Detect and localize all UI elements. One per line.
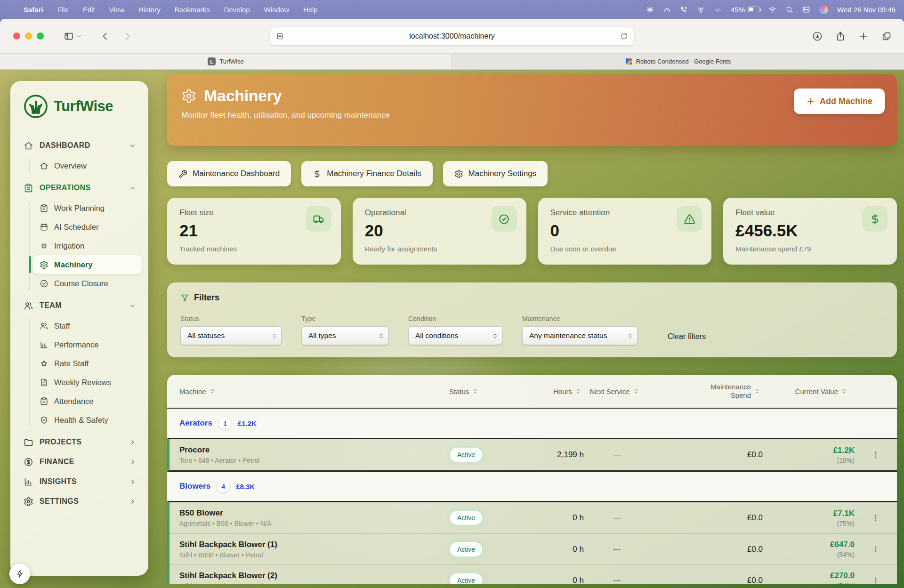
dollar-icon <box>313 169 322 178</box>
sort-icon <box>575 388 581 395</box>
menu-develop[interactable]: Develop <box>224 6 250 14</box>
chevron-right-icon <box>129 439 136 446</box>
back-button[interactable] <box>100 31 110 41</box>
sidebar-item-operations[interactable]: OPERATIONS <box>17 178 142 198</box>
type-select[interactable]: All types <box>301 326 388 345</box>
machinery-settings-button[interactable]: Machinery Settings <box>443 161 548 186</box>
tab-turfwise[interactable]: L TurfWise <box>0 54 452 69</box>
share-button[interactable] <box>835 31 846 41</box>
row-menu-button[interactable] <box>855 514 897 522</box>
quick-actions-fab[interactable] <box>9 564 30 584</box>
page-settings-icon[interactable] <box>276 32 284 40</box>
sidebar-item-finance[interactable]: FINANCE <box>17 452 142 472</box>
sidebar-item-health-safety[interactable]: Health & Safety <box>33 411 142 429</box>
sidebar-item-irrigation[interactable]: Irrigation <box>33 236 142 255</box>
row-menu-button[interactable] <box>855 451 897 459</box>
sidebar-item-staff[interactable]: Staff <box>33 316 142 335</box>
battery-indicator[interactable]: 45% <box>731 6 759 14</box>
row-menu-button[interactable] <box>855 576 897 584</box>
google-fonts-icon <box>625 58 632 65</box>
status-select[interactable]: All statuses <box>180 326 282 345</box>
column-status[interactable]: Status <box>433 387 494 395</box>
sidebar-item-insights[interactable]: INSIGHTS <box>17 472 142 491</box>
sidebar-item-projects[interactable]: PROJECTS <box>17 432 142 452</box>
table-row[interactable]: B50 Blower Agrimetals • B50 • Blower • N… <box>170 502 897 533</box>
airdrop-icon[interactable] <box>697 6 705 14</box>
column-machine[interactable]: Machine <box>167 387 433 395</box>
menu-history[interactable]: History <box>138 6 161 14</box>
machinery-finance-button[interactable]: Machinery Finance Details <box>301 161 432 186</box>
column-current-value[interactable]: Current Value <box>760 387 852 395</box>
sidebar-item-team[interactable]: TEAM <box>17 296 142 315</box>
check-circle-icon <box>492 206 517 232</box>
zoom-window-button[interactable] <box>37 32 44 40</box>
maintenance-dashboard-button[interactable]: Maintenance Dashboard <box>167 161 291 186</box>
table-row[interactable]: Procore Toro • 648 • Aerator • Petrol Ac… <box>170 439 897 470</box>
sidebar-item-machinery[interactable]: Machinery <box>33 255 142 274</box>
table-row[interactable]: Stihl Backpack Blower (1) Stihl • B800 •… <box>170 533 897 564</box>
sidebar-item-course-closure[interactable]: Course Closure <box>33 274 142 293</box>
users-icon <box>40 322 48 330</box>
group-header-blowers[interactable]: Blowers 4 £8.3K <box>167 472 897 501</box>
menubar-clock[interactable]: Wed 26 Nov 09:46 <box>837 6 896 14</box>
sidebar-item-performance[interactable]: Performance <box>33 335 142 354</box>
menu-window[interactable]: Window <box>264 6 289 14</box>
gear-icon <box>454 169 463 178</box>
sidebar-item-dashboard[interactable]: DASHBOARD <box>17 136 142 155</box>
sidebar-item-overview[interactable]: Overview <box>33 156 142 175</box>
lightning-icon <box>15 569 24 579</box>
control-center-icon[interactable] <box>802 6 810 14</box>
battery-percent: 45% <box>731 6 745 14</box>
filter-status: Status All statuses <box>180 315 282 345</box>
condition-select[interactable]: All conditions <box>408 326 502 345</box>
address-bar[interactable]: localhost:3000/machinery <box>270 27 635 46</box>
tab-overview-button[interactable] <box>881 31 892 41</box>
page-content: TurfWise DASHBOARD Overview OPERATIONS <box>0 70 904 588</box>
column-maintenance-spend[interactable]: Maintenance Spend <box>647 383 760 400</box>
browser-toolbar: localhost:3000/machinery <box>0 19 904 54</box>
sparkle-status-icon[interactable] <box>646 6 654 14</box>
table-row[interactable]: Stihl Backpack Blower (2) Stihl • B600 •… <box>170 564 897 584</box>
reload-icon[interactable] <box>620 32 629 40</box>
sidebar-item-attendance[interactable]: Attendance <box>33 392 142 411</box>
filters-panel: Filters Status All statuses Type All typ… <box>167 282 897 357</box>
url-text[interactable]: localhost:3000/machinery <box>284 32 620 40</box>
sidebar-item-rate-staff[interactable]: Rate Staff <box>33 354 142 373</box>
menu-view[interactable]: View <box>109 6 124 14</box>
menu-help[interactable]: Help <box>303 6 318 14</box>
machine-meta: Stihl • B800 • Blower • Petrol <box>179 551 436 559</box>
maintenance-select[interactable]: Any maintenance status <box>522 326 638 345</box>
spotlight-search-icon[interactable] <box>785 6 793 14</box>
close-window-button[interactable] <box>13 32 20 40</box>
check-circle-icon <box>40 279 48 288</box>
sidebar-item-work-planning[interactable]: Work Planning <box>33 199 142 217</box>
row-menu-button[interactable] <box>855 545 897 554</box>
brand[interactable]: TurfWise <box>17 93 142 120</box>
column-hours[interactable]: Hours <box>494 387 581 395</box>
tab-label: Roboto Condensed - Google Fonts <box>636 58 731 65</box>
menu-safari[interactable]: Safari <box>24 6 43 14</box>
menu-bookmarks[interactable]: Bookmarks <box>175 6 210 14</box>
call-declined-icon[interactable] <box>680 6 688 14</box>
forward-button[interactable] <box>122 31 133 41</box>
menu-file[interactable]: File <box>57 6 69 14</box>
vpn-mountain-icon[interactable] <box>663 6 671 14</box>
wifi-icon[interactable] <box>768 6 776 14</box>
new-tab-button[interactable] <box>858 31 869 41</box>
tab-google-fonts[interactable]: Roboto Condensed - Google Fonts <box>452 54 904 69</box>
sidebar-item-ai-scheduler[interactable]: AI Scheduler <box>33 217 142 236</box>
sidebar-item-settings[interactable]: SETTINGS <box>17 491 142 511</box>
keyboard-brightness-icon[interactable] <box>714 6 722 14</box>
clear-filters-button[interactable]: Clear filters <box>668 332 706 341</box>
minimize-window-button[interactable] <box>25 32 32 40</box>
user-avatar[interactable] <box>819 5 828 14</box>
group-header-aerators[interactable]: Aerators 1 £1.2K <box>167 409 897 438</box>
downloads-button[interactable] <box>812 31 823 41</box>
sidebar-toggle-button[interactable] <box>64 31 82 41</box>
sidebar-item-weekly-reviews[interactable]: Weekly Reviews <box>33 373 142 392</box>
home-icon <box>40 161 48 170</box>
menu-edit[interactable]: Edit <box>83 6 95 14</box>
column-next-service[interactable]: Next Service <box>581 387 647 395</box>
add-machine-button[interactable]: Add Machine <box>794 89 885 114</box>
select-arrows-icon <box>378 333 384 339</box>
